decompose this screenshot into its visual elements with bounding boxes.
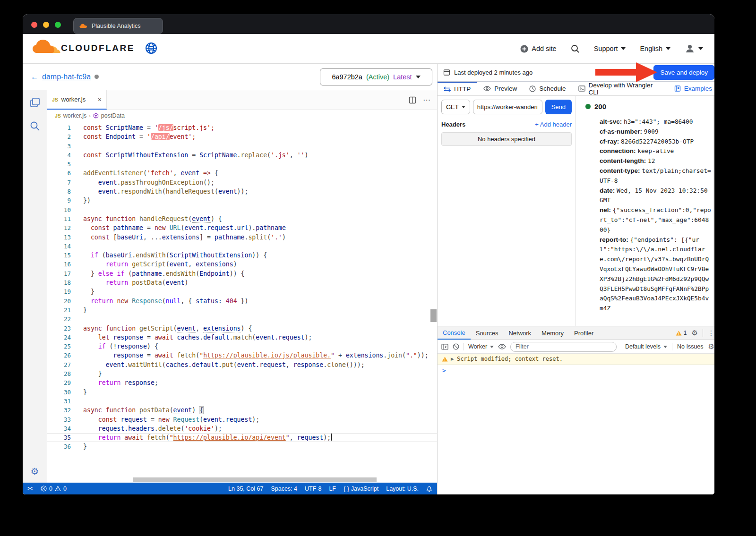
browser-tab[interactable]: Plausible Analytics [73, 18, 163, 34]
remote-indicator-icon[interactable]: >< [23, 483, 37, 494]
tab-memory[interactable]: Memory [536, 326, 569, 340]
log-levels-select[interactable]: Default levels [625, 343, 667, 350]
language-mode[interactable]: { }JavaScript [344, 485, 378, 492]
editor-tab-workerjs[interactable]: JS worker.js × [47, 90, 107, 110]
add-header-button[interactable]: + Add header [535, 121, 572, 128]
method-select[interactable]: GET [441, 100, 470, 114]
code-line[interactable]: 9}) [47, 196, 437, 205]
code-line[interactable]: 22 [47, 315, 437, 323]
tab-preview[interactable]: Preview [477, 82, 523, 95]
code-line[interactable]: 3 [47, 142, 437, 151]
code-line[interactable]: 33 const request = new Request(event.req… [47, 415, 437, 424]
problems-status[interactable]: 0 0 [41, 485, 67, 492]
code-line[interactable]: 30} [47, 388, 437, 397]
code-line[interactable]: 29 return response; [47, 378, 437, 387]
clear-console-icon[interactable] [453, 343, 459, 350]
split-editor-icon[interactable] [409, 96, 416, 104]
code-line[interactable]: 21} [47, 306, 437, 315]
code-line[interactable]: 15 if (baseUri.endsWith(ScriptWithoutExt… [47, 251, 437, 260]
code-line[interactable]: 35 return await fetch("https://plausible… [47, 433, 437, 442]
tab-sources[interactable]: Sources [471, 326, 504, 340]
console-filter-input[interactable] [510, 342, 617, 352]
devtools-menu-icon[interactable]: ⋮ [703, 329, 714, 337]
breadcrumb-symbol[interactable]: postData [101, 112, 125, 119]
close-tab-icon[interactable]: × [98, 96, 102, 103]
code-line[interactable]: 1const ScriptName = '/js/script.js'; [47, 123, 437, 132]
code-line[interactable]: 13 const [baseUri, ...extensions] = path… [47, 233, 437, 242]
code-line[interactable]: 14 [47, 242, 437, 251]
code-line[interactable]: 31 [47, 397, 437, 406]
settings-gear-icon[interactable]: ⚙ [23, 466, 47, 477]
search-icon[interactable] [571, 44, 580, 53]
code-line[interactable]: 16 return getScript(event, extensions) [47, 260, 437, 269]
zoom-window-button[interactable] [55, 22, 61, 28]
code-line[interactable]: 20 return new Response(null, { status: 4… [47, 297, 437, 306]
code-line[interactable]: 7 event.passThroughOnException(); [47, 178, 437, 187]
code-line[interactable]: 5 [47, 160, 437, 169]
close-window-button[interactable] [31, 22, 37, 28]
tab-network[interactable]: Network [503, 326, 536, 340]
globe-icon[interactable] [145, 42, 157, 54]
language-menu[interactable]: English [640, 45, 670, 52]
encoding[interactable]: UTF-8 [305, 485, 321, 492]
version-select[interactable]: 6a972b2a (Active) Latest [320, 68, 432, 85]
expand-triangle-icon[interactable]: ▶ [451, 357, 454, 361]
back-to-worker-link[interactable]: ← damp-hat-fc9a [31, 73, 91, 81]
cursor-position[interactable]: Ln 35, Col 67 [228, 485, 263, 492]
code-line[interactable]: 32async function postData(event) { [47, 406, 437, 415]
search-sidebar-icon[interactable] [29, 120, 41, 132]
code-line[interactable]: 4const ScriptWithoutExtension = ScriptNa… [47, 151, 437, 160]
issues-counter[interactable]: No Issues [677, 343, 704, 350]
code-line[interactable]: 11async function handleRequest(event) { [47, 214, 437, 223]
code-line[interactable]: 12 const pathname = new URL(event.reques… [47, 223, 437, 232]
keyboard-layout[interactable]: Layout: U.S. [386, 485, 419, 492]
tab-schedule[interactable]: Schedule [523, 82, 572, 95]
code-line[interactable]: 34 request.headers.delete('cookie'); [47, 424, 437, 433]
live-expression-eye-icon[interactable] [498, 344, 506, 349]
editor-horizontal-scrollbar[interactable] [72, 477, 430, 483]
code-line[interactable]: 23async function getScript(event, extens… [47, 324, 437, 333]
explorer-icon[interactable] [29, 97, 41, 108]
devtools-settings-icon[interactable]: ⚙ [692, 329, 698, 337]
code-line[interactable]: 10 [47, 205, 437, 214]
editor-vertical-scrollbar[interactable] [430, 309, 437, 322]
code-line[interactable]: 24 let response = await caches.default.m… [47, 333, 437, 342]
tab-http[interactable]: HTTP [438, 82, 477, 95]
send-request-button[interactable]: Send [545, 100, 572, 114]
more-actions-icon[interactable]: ⋯ [423, 95, 430, 104]
tab-profiler[interactable]: Profiler [569, 326, 599, 340]
console-prompt[interactable]: > [438, 365, 714, 376]
support-menu[interactable]: Support [594, 45, 626, 52]
tab-examples[interactable]: Examples [668, 82, 714, 95]
code-line[interactable]: 17 } else if (pathname.endsWith(Endpoint… [47, 269, 437, 278]
code-area[interactable]: 1const ScriptName = '/js/script.js';2con… [47, 121, 437, 483]
breadcrumb-file[interactable]: worker.js [63, 112, 86, 119]
code-line[interactable]: 18 return postData(event) [47, 278, 437, 287]
request-url-input[interactable] [473, 100, 542, 114]
execution-context-select[interactable]: Worker [468, 343, 494, 350]
response-scrollbar[interactable] [713, 96, 714, 326]
code-line[interactable]: 36} [47, 442, 437, 451]
code-line[interactable]: 25 if (!response) { [47, 342, 437, 351]
minimize-window-button[interactable] [43, 22, 49, 28]
eol-sequence[interactable]: LF [329, 485, 336, 492]
code-line[interactable]: 19 } [47, 287, 437, 296]
cloudflare-logo[interactable] [31, 39, 61, 59]
save-and-deploy-button[interactable]: Save and deploy [653, 65, 714, 80]
console-warning-row[interactable]: ▶ Script modified; context reset. [438, 354, 714, 365]
indentation[interactable]: Spaces: 4 [271, 485, 297, 492]
code-line[interactable]: 2const Endpoint = '/api/event'; [47, 132, 437, 141]
tab-wrangler-cli[interactable]: Develop with Wrangler CLI [572, 82, 668, 95]
notifications-bell-icon[interactable] [426, 485, 432, 492]
warnings-badge[interactable]: 1 [676, 330, 687, 336]
code-line[interactable]: 6addEventListener('fetch', event => { [47, 169, 437, 178]
code-line[interactable]: 27 event.waitUntil(caches.default.put(ev… [47, 360, 437, 369]
console-sidebar-toggle-icon[interactable] [441, 344, 448, 350]
add-site-button[interactable]: Add site [520, 45, 556, 53]
code-line[interactable]: 8 event.respondWith(handleRequest(event)… [47, 187, 437, 196]
tab-console[interactable]: Console [438, 326, 471, 340]
code-line[interactable]: 28 } [47, 369, 437, 378]
console-settings-icon[interactable]: ⚙ [708, 342, 714, 351]
account-menu[interactable] [685, 43, 703, 54]
code-line[interactable]: 26 response = await fetch("https://plaus… [47, 351, 437, 360]
